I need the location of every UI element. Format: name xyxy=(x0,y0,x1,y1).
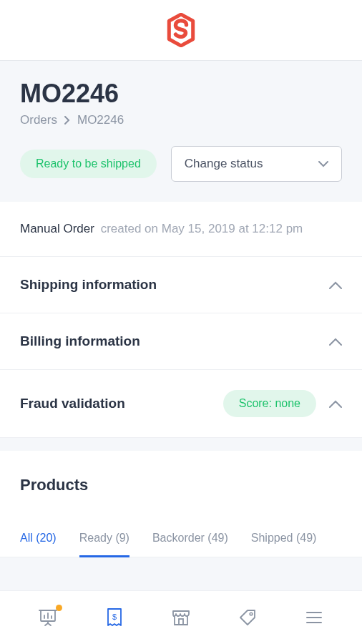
tab-shipped[interactable]: Shipped (49) xyxy=(251,519,317,557)
section-title-shipping: Shipping information xyxy=(20,277,157,293)
chevron-up-icon xyxy=(329,281,342,289)
status-badge: Ready to be shipped xyxy=(20,150,157,178)
menu-icon xyxy=(305,611,323,624)
billing-information-section[interactable]: Billing information xyxy=(0,313,362,370)
tag-icon xyxy=(238,608,257,627)
app-header xyxy=(0,0,362,61)
svg-line-7 xyxy=(48,623,51,625)
header-actions: Ready to be shipped Change status xyxy=(20,146,342,182)
order-type: Manual Order xyxy=(20,222,94,235)
chevron-up-icon xyxy=(329,338,342,346)
tab-backorder[interactable]: Backorder (49) xyxy=(152,519,228,557)
nav-menu[interactable] xyxy=(300,603,328,632)
bottom-nav: $ xyxy=(0,590,362,644)
section-title-billing: Billing information xyxy=(20,333,140,349)
notification-dot xyxy=(56,605,62,611)
svg-text:$: $ xyxy=(112,613,117,621)
breadcrumb-current: MO2246 xyxy=(77,113,124,127)
svg-rect-9 xyxy=(179,619,183,625)
chevron-down-icon xyxy=(318,161,328,167)
page-header: MO2246 Orders MO2246 Ready to be shipped… xyxy=(0,61,362,202)
products-tabs: All (20) Ready (9) Backorder (49) Shippe… xyxy=(0,519,362,557)
breadcrumb: Orders MO2246 xyxy=(20,113,342,127)
svg-point-10 xyxy=(250,613,253,615)
breadcrumb-parent[interactable]: Orders xyxy=(20,113,57,127)
chevron-up-icon xyxy=(329,400,342,408)
invoice-icon: $ xyxy=(106,608,123,628)
nav-store[interactable] xyxy=(167,603,195,632)
chevron-right-icon xyxy=(64,116,70,125)
products-section: Products All (20) Ready (9) Backorder (4… xyxy=(0,451,362,557)
store-icon xyxy=(172,608,190,627)
change-status-label: Change status xyxy=(185,157,263,171)
content: Manual Order created on May 15, 2019 at … xyxy=(0,202,362,438)
tab-all[interactable]: All (20) xyxy=(20,519,57,557)
page-title: MO2246 xyxy=(20,79,342,109)
shipping-information-section[interactable]: Shipping information xyxy=(0,257,362,313)
section-title-fraud: Fraud validation xyxy=(20,396,125,411)
nav-tag[interactable] xyxy=(233,603,262,632)
fraud-validation-section[interactable]: Fraud validation Score: none xyxy=(0,370,362,438)
presentation-icon xyxy=(39,608,57,627)
nav-presentation[interactable] xyxy=(34,603,62,632)
change-status-button[interactable]: Change status xyxy=(171,146,342,182)
order-info: Manual Order created on May 15, 2019 at … xyxy=(0,202,362,257)
app-logo-icon xyxy=(166,13,196,47)
fraud-right: Score: none xyxy=(223,390,342,417)
fraud-score-badge: Score: none xyxy=(223,390,316,417)
nav-invoice[interactable]: $ xyxy=(100,603,129,632)
products-title: Products xyxy=(0,476,362,494)
tab-ready[interactable]: Ready (9) xyxy=(79,519,129,557)
order-created-date: created on May 15, 2019 at 12:12 pm xyxy=(101,222,303,235)
